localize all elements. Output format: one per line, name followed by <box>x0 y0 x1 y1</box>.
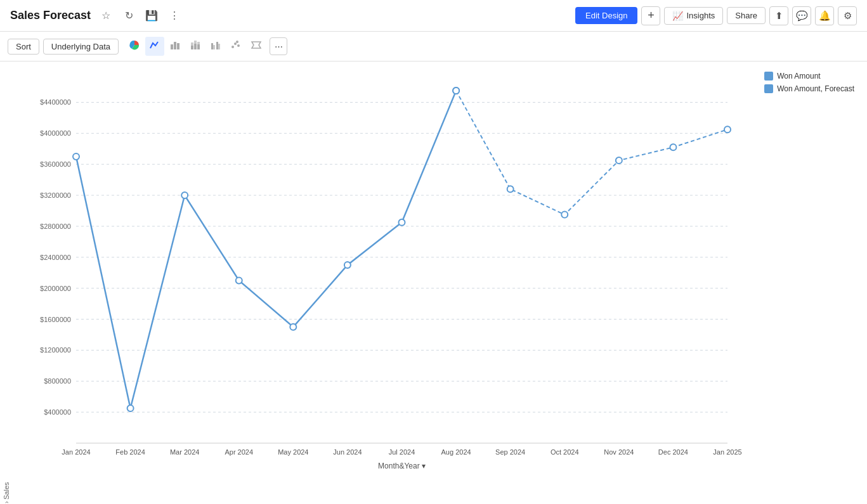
svg-text:Jun 2024: Jun 2024 <box>333 448 362 456</box>
scatter-icon <box>230 39 242 51</box>
chart-legend: Won Amount Won Amount, Forecast <box>764 72 854 93</box>
legend-color-won-amount <box>764 72 773 81</box>
legend-item-won-amount: Won Amount <box>764 72 854 81</box>
svg-text:$2000000: $2000000 <box>40 285 71 292</box>
svg-text:$1200000: $1200000 <box>40 346 71 354</box>
svg-text:Month&Year ▾: Month&Year ▾ <box>378 462 426 470</box>
legend-item-won-amount-forecast: Won Amount, Forecast <box>764 84 854 93</box>
sort-button[interactable]: Sort <box>8 39 39 55</box>
comment-icon[interactable]: 💬 <box>792 6 811 25</box>
chart-type-pie[interactable] <box>125 37 144 56</box>
svg-text:Aug 2024: Aug 2024 <box>441 448 471 456</box>
svg-point-65 <box>561 212 568 218</box>
svg-rect-11 <box>216 42 218 49</box>
upload-icon[interactable]: ⬆ <box>769 6 788 25</box>
svg-text:$3200000: $3200000 <box>40 191 71 199</box>
svg-text:Nov 2024: Nov 2024 <box>604 448 634 456</box>
svg-text:Jul 2024: Jul 2024 <box>389 448 415 456</box>
more-options-icon[interactable]: ⋮ <box>166 7 183 25</box>
svg-point-15 <box>237 44 240 47</box>
chart-type-bar-grouped[interactable] <box>206 37 225 56</box>
chart-type-bar[interactable] <box>166 37 185 56</box>
insights-chart-icon: 📈 <box>672 11 683 21</box>
share-button[interactable]: Share <box>727 7 766 24</box>
svg-rect-9 <box>211 43 213 49</box>
grouped-bar-icon <box>210 39 221 51</box>
svg-rect-4 <box>191 42 193 46</box>
header-icon-group: ☆ ↻ 💾 ⋮ <box>97 7 183 25</box>
svg-text:Mar 2024: Mar 2024 <box>170 448 199 456</box>
svg-point-16 <box>236 41 238 43</box>
settings-icon[interactable]: ⚙ <box>838 6 857 25</box>
svg-point-63 <box>453 87 459 94</box>
page-title: Sales Forecast <box>10 9 91 22</box>
legend-color-forecast <box>764 84 773 93</box>
svg-point-14 <box>234 42 237 45</box>
svg-rect-5 <box>194 44 197 49</box>
header-actions: Edit Design + 📈 Insights Share ⬆ 💬 🔔 ⚙ <box>575 6 857 25</box>
edit-design-button[interactable]: Edit Design <box>575 7 637 24</box>
y-axis-label[interactable]: › Sales <box>0 61 13 503</box>
svg-text:Jan 2024: Jan 2024 <box>62 448 90 456</box>
svg-rect-0 <box>171 44 173 49</box>
bar-chart-icon <box>169 39 181 51</box>
svg-point-13 <box>231 46 234 48</box>
svg-text:$800000: $800000 <box>44 377 71 385</box>
chart-container: › Sales Won Amount Won Amount, Forecast … <box>0 61 867 503</box>
svg-text:Apr 2024: Apr 2024 <box>225 448 253 456</box>
add-button[interactable]: + <box>641 6 660 25</box>
svg-point-66 <box>616 157 622 164</box>
more-chart-options-button[interactable]: ⋯ <box>270 37 287 55</box>
svg-text:Feb 2024: Feb 2024 <box>115 448 145 456</box>
insights-button[interactable]: 📈 Insights <box>664 7 723 25</box>
svg-point-60 <box>344 262 351 268</box>
save-icon[interactable]: 💾 <box>143 7 160 25</box>
svg-point-57 <box>181 192 188 198</box>
stacked-bar-icon <box>190 39 201 51</box>
chart-type-line[interactable] <box>145 37 164 56</box>
svg-rect-1 <box>174 42 176 49</box>
svg-text:Oct 2024: Oct 2024 <box>551 448 579 456</box>
svg-rect-2 <box>177 43 179 49</box>
favorite-icon[interactable]: ☆ <box>97 7 115 25</box>
chart-type-bar-stacked[interactable] <box>186 37 205 56</box>
svg-text:$1600000: $1600000 <box>40 316 71 323</box>
svg-text:$2800000: $2800000 <box>40 223 71 230</box>
pie-icon <box>129 39 140 51</box>
svg-text:Jan 2025: Jan 2025 <box>713 448 741 456</box>
svg-text:$3600000: $3600000 <box>40 160 71 168</box>
refresh-icon[interactable]: ↻ <box>120 7 138 25</box>
line-chart-icon <box>149 39 160 51</box>
svg-text:$4400000: $4400000 <box>40 98 71 106</box>
svg-point-58 <box>236 277 242 283</box>
toolbar: Sort Underlying Data <box>0 32 867 61</box>
svg-marker-17 <box>252 42 261 48</box>
svg-point-67 <box>670 144 676 150</box>
svg-point-64 <box>507 186 514 192</box>
chart-drawing-area: Won Amount Won Amount, Forecast $4400000… <box>13 61 867 503</box>
svg-rect-8 <box>197 42 200 44</box>
svg-rect-7 <box>197 44 200 49</box>
chart-type-selector <box>125 37 266 56</box>
alert-icon[interactable]: 🔔 <box>815 6 834 25</box>
svg-point-68 <box>724 126 731 132</box>
svg-point-61 <box>399 219 405 226</box>
svg-text:May 2024: May 2024 <box>278 448 308 456</box>
svg-text:$2400000: $2400000 <box>40 254 71 261</box>
svg-point-56 <box>127 405 134 411</box>
svg-rect-10 <box>213 45 215 49</box>
chart-type-arrow[interactable] <box>247 37 266 56</box>
underlying-data-button[interactable]: Underlying Data <box>43 39 119 55</box>
svg-rect-12 <box>218 44 220 49</box>
svg-text:Dec 2024: Dec 2024 <box>658 448 688 456</box>
svg-point-59 <box>290 324 296 330</box>
svg-rect-3 <box>191 46 193 49</box>
svg-text:Sep 2024: Sep 2024 <box>495 448 525 456</box>
funnel-icon <box>251 39 262 51</box>
svg-rect-6 <box>194 41 197 44</box>
header: Sales Forecast ☆ ↻ 💾 ⋮ Edit Design + 📈 I… <box>0 0 867 32</box>
svg-point-55 <box>73 153 79 160</box>
svg-text:$400000: $400000 <box>44 408 71 416</box>
chart-type-scatter[interactable] <box>226 37 245 56</box>
svg-text:$4000000: $4000000 <box>40 129 71 137</box>
